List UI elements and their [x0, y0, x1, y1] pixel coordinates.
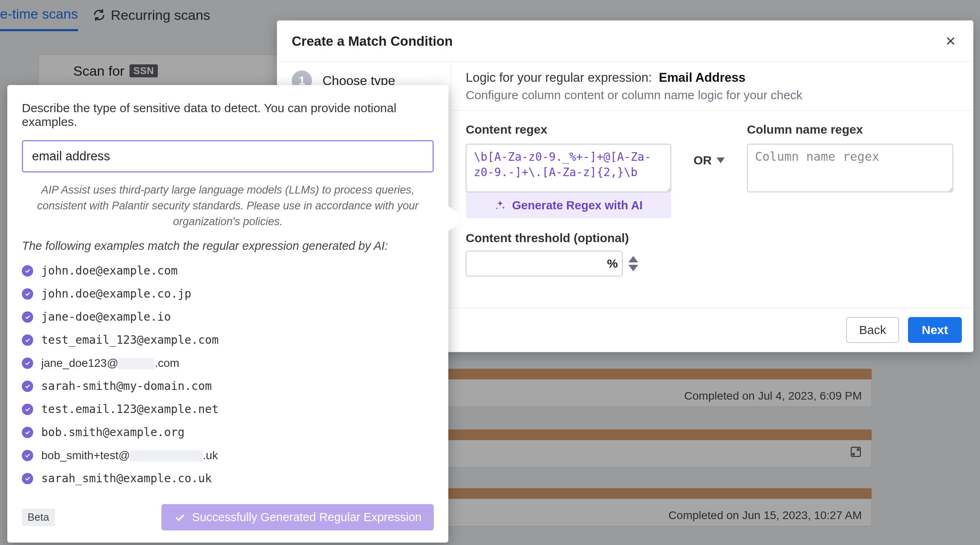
popover-arrow-icon	[446, 205, 458, 232]
generate-regex-ai-button[interactable]: Generate Regex with AI	[466, 192, 671, 218]
example-text: jane_doe123@.com	[41, 356, 179, 370]
example-text: jane-doe@example.io	[41, 310, 171, 324]
beta-badge: Beta	[22, 509, 55, 526]
generate-regex-label: Generate Regex with AI	[512, 199, 643, 212]
close-icon[interactable]: ✕	[943, 31, 959, 51]
stepper-down-icon[interactable]	[628, 265, 638, 271]
example-item: test.email.123@example.net	[22, 402, 434, 416]
popover-description: Describe the type of sensitive data to d…	[22, 101, 434, 129]
example-text: sarah-smith@my-domain.com	[41, 379, 212, 393]
check-circle-icon	[22, 334, 33, 346]
modal-right-header: Logic for your regular expression: Email…	[451, 62, 973, 111]
example-item: sarah-smith@my-domain.com	[22, 379, 434, 393]
success-text: Successfully Generated Regular Expressio…	[192, 511, 422, 524]
example-item: john.doe@example.com	[22, 264, 434, 277]
chevron-down-icon	[717, 158, 725, 163]
check-circle-icon	[22, 473, 33, 484]
example-text: sarah_smith@example.co.uk	[41, 472, 212, 485]
check-circle-icon	[22, 311, 33, 323]
redacted-segment	[130, 450, 203, 462]
check-circle-icon	[22, 265, 33, 277]
check-circle-icon	[22, 381, 33, 392]
modal-title: Create a Match Condition	[292, 34, 453, 49]
example-item: test_email_123@example.com	[22, 333, 434, 347]
redacted-segment	[118, 358, 155, 369]
example-item: bob_smith+test@.uk	[22, 449, 434, 462]
example-item: jane_doe123@.com	[22, 356, 434, 370]
content-regex-input[interactable]: \b[A-Za-z0-9._%+-]+@[A-Za-z0-9.-]+\.[A-Z…	[466, 144, 671, 192]
sensitive-data-description-input[interactable]	[22, 140, 434, 172]
check-circle-icon	[22, 427, 33, 438]
example-text: test.email.123@example.net	[41, 402, 218, 416]
content-threshold-input[interactable]	[466, 251, 623, 277]
aip-assist-popover: Describe the type of sensitive data to d…	[7, 85, 448, 543]
example-item: jane-doe@example.io	[22, 310, 434, 324]
examples-heading: The following examples match the regular…	[22, 239, 434, 253]
column-name-regex-label: Column name regex	[747, 123, 953, 136]
check-circle-icon	[22, 404, 33, 415]
check-circle-icon	[22, 358, 33, 369]
example-list: john.doe@example.com john.doe@example.co…	[22, 264, 434, 485]
example-item: bob.smith@example.org	[22, 426, 434, 439]
modal-titlebar: Create a Match Condition ✕	[277, 21, 973, 62]
example-text: john.doe@example.co.jp	[41, 287, 191, 300]
content-regex-label: Content regex	[466, 123, 671, 136]
example-item: sarah_smith@example.co.uk	[22, 472, 434, 485]
stepper-up-icon[interactable]	[628, 256, 638, 262]
example-item: john.doe@example.co.jp	[22, 287, 434, 300]
example-text: bob.smith@example.org	[41, 426, 185, 439]
popover-disclaimer: AIP Assist uses third-party large langua…	[22, 182, 434, 230]
back-button[interactable]: Back	[846, 317, 899, 343]
column-name-regex-input[interactable]	[747, 144, 953, 192]
next-button[interactable]: Next	[908, 317, 962, 343]
logic-operator-select[interactable]: OR	[694, 153, 725, 167]
check-circle-icon	[22, 288, 33, 300]
logic-prefix: Logic for your regular expression:	[466, 70, 652, 85]
example-text: john.doe@example.com	[41, 264, 178, 277]
logic-subheading: Configure column content or column name …	[466, 88, 959, 102]
percent-suffix: %	[607, 257, 618, 270]
example-text: test_email_123@example.com	[41, 333, 218, 347]
check-circle-icon	[22, 450, 33, 461]
logic-name: Email Address	[659, 70, 745, 85]
content-threshold-label: Content threshold (optional)	[466, 231, 671, 245]
success-pill: Successfully Generated Regular Expressio…	[161, 504, 434, 530]
example-text: bob_smith+test@.uk	[41, 449, 218, 462]
or-label: OR	[694, 153, 712, 167]
threshold-stepper	[628, 256, 638, 271]
sparkle-icon	[494, 200, 506, 211]
logic-heading: Logic for your regular expression: Email…	[466, 70, 959, 85]
